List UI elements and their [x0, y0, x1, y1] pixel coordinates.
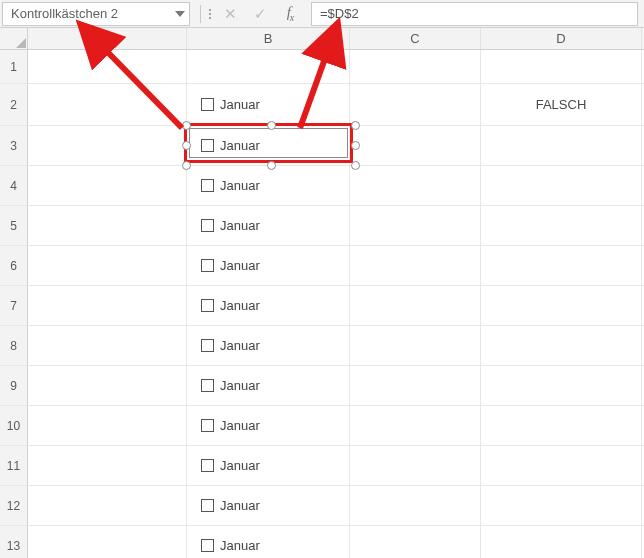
- name-box[interactable]: Kontrollkästchen 2: [2, 2, 190, 26]
- checkbox-control[interactable]: Januar: [193, 138, 260, 153]
- cell[interactable]: Januar: [187, 246, 350, 285]
- checkbox-control[interactable]: Januar: [193, 258, 260, 273]
- insert-function-button[interactable]: fx: [277, 3, 303, 25]
- checkbox-box[interactable]: [201, 299, 214, 312]
- chevron-down-icon[interactable]: [175, 11, 185, 17]
- cell[interactable]: [481, 246, 642, 285]
- cell[interactable]: [481, 126, 642, 165]
- checkbox-control[interactable]: Januar: [193, 538, 260, 553]
- checkbox-box[interactable]: [201, 98, 214, 111]
- row-header[interactable]: 5: [0, 206, 28, 245]
- cell[interactable]: Januar: [187, 206, 350, 245]
- cell[interactable]: [28, 486, 187, 525]
- column-header-b[interactable]: B: [187, 28, 350, 49]
- cell[interactable]: [481, 526, 642, 558]
- cell[interactable]: [350, 406, 481, 445]
- checkbox-control[interactable]: Januar: [193, 378, 260, 393]
- cell[interactable]: [28, 246, 187, 285]
- cell[interactable]: [28, 366, 187, 405]
- cell[interactable]: [350, 206, 481, 245]
- row-header[interactable]: 7: [0, 286, 28, 325]
- checkbox-control[interactable]: Januar: [193, 498, 260, 513]
- cell[interactable]: [350, 326, 481, 365]
- row-header[interactable]: 1: [0, 50, 28, 83]
- cell[interactable]: [28, 84, 187, 125]
- row-header[interactable]: 13: [0, 526, 28, 558]
- cell[interactable]: [187, 50, 350, 83]
- cell[interactable]: [350, 446, 481, 485]
- cell[interactable]: [350, 366, 481, 405]
- row-header[interactable]: 10: [0, 406, 28, 445]
- checkbox-box[interactable]: [201, 499, 214, 512]
- checkbox-box[interactable]: [201, 139, 214, 152]
- cell[interactable]: [350, 526, 481, 558]
- checkbox-control[interactable]: Januar: [193, 338, 260, 353]
- row-header[interactable]: 8: [0, 326, 28, 365]
- cell[interactable]: [481, 366, 642, 405]
- cell[interactable]: [350, 166, 481, 205]
- select-all-triangle[interactable]: [0, 28, 28, 49]
- cell[interactable]: Januar: [187, 166, 350, 205]
- cell[interactable]: Januar: [187, 406, 350, 445]
- checkbox-control[interactable]: Januar: [193, 458, 260, 473]
- confirm-entry-button[interactable]: ✓: [247, 3, 273, 25]
- checkbox-control[interactable]: Januar: [193, 418, 260, 433]
- checkbox-control[interactable]: Januar: [193, 218, 260, 233]
- cell[interactable]: [481, 406, 642, 445]
- cell[interactable]: [481, 166, 642, 205]
- checkbox-box[interactable]: [201, 459, 214, 472]
- cell[interactable]: Januar: [187, 366, 350, 405]
- cell[interactable]: [28, 326, 187, 365]
- row-header[interactable]: 9: [0, 366, 28, 405]
- cell[interactable]: Januar: [187, 286, 350, 325]
- cell[interactable]: [28, 446, 187, 485]
- cell[interactable]: [28, 50, 187, 83]
- column-header-c[interactable]: C: [350, 28, 481, 49]
- cell[interactable]: Januar: [187, 126, 350, 165]
- checkbox-control[interactable]: Januar: [193, 298, 260, 313]
- checkbox-box[interactable]: [201, 379, 214, 392]
- cell[interactable]: [481, 446, 642, 485]
- cell[interactable]: [481, 206, 642, 245]
- cell[interactable]: [28, 126, 187, 165]
- column-header-a[interactable]: A: [28, 28, 187, 49]
- cell[interactable]: [481, 326, 642, 365]
- row-header[interactable]: 12: [0, 486, 28, 525]
- worksheet-grid[interactable]: 12JanuarFALSCH3Januar4Januar5Januar6Janu…: [0, 50, 644, 558]
- cell[interactable]: [481, 486, 642, 525]
- cell[interactable]: Januar: [187, 446, 350, 485]
- row-header[interactable]: 6: [0, 246, 28, 285]
- column-header-d[interactable]: D: [481, 28, 642, 49]
- cell[interactable]: [481, 286, 642, 325]
- cell[interactable]: [28, 166, 187, 205]
- cell[interactable]: [350, 126, 481, 165]
- cell[interactable]: [28, 406, 187, 445]
- cell[interactable]: [28, 526, 187, 558]
- cell[interactable]: Januar: [187, 84, 350, 125]
- checkbox-box[interactable]: [201, 539, 214, 552]
- cell[interactable]: [350, 486, 481, 525]
- more-icon[interactable]: [205, 5, 215, 23]
- cell[interactable]: FALSCH: [481, 84, 642, 125]
- checkbox-box[interactable]: [201, 259, 214, 272]
- checkbox-control[interactable]: Januar: [193, 178, 260, 193]
- cell[interactable]: [28, 286, 187, 325]
- checkbox-box[interactable]: [201, 179, 214, 192]
- cell[interactable]: [481, 50, 642, 83]
- cell[interactable]: Januar: [187, 526, 350, 558]
- cell[interactable]: [28, 206, 187, 245]
- cancel-entry-button[interactable]: ✕: [217, 3, 243, 25]
- row-header[interactable]: 4: [0, 166, 28, 205]
- cell[interactable]: Januar: [187, 326, 350, 365]
- cell[interactable]: [350, 246, 481, 285]
- cell[interactable]: [350, 286, 481, 325]
- cell[interactable]: [350, 50, 481, 83]
- checkbox-control[interactable]: Januar: [193, 97, 260, 112]
- row-header[interactable]: 11: [0, 446, 28, 485]
- row-header[interactable]: 2: [0, 84, 28, 125]
- checkbox-box[interactable]: [201, 419, 214, 432]
- cell[interactable]: Januar: [187, 486, 350, 525]
- formula-bar-input[interactable]: =$D$2: [311, 2, 638, 26]
- checkbox-box[interactable]: [201, 339, 214, 352]
- row-header[interactable]: 3: [0, 126, 28, 165]
